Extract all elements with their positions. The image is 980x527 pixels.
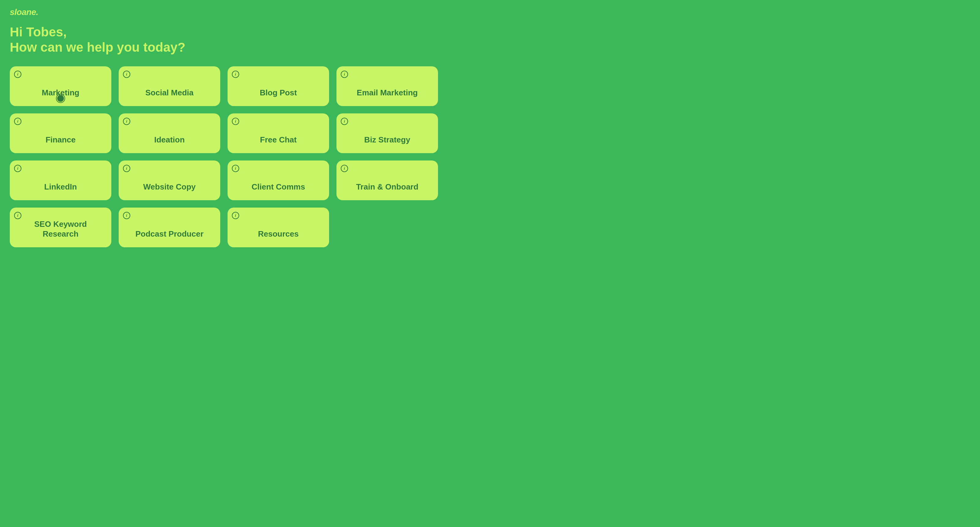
info-icon[interactable]: i (232, 165, 239, 172)
greeting: Hi Tobes, How can we help you today? (10, 24, 970, 56)
card-label-client-comms: Client Comms (235, 182, 322, 192)
card-seo-keyword-research[interactable]: iSEO Keyword Research (10, 208, 111, 247)
info-icon[interactable]: i (14, 165, 21, 172)
card-grid: iMarketingiSocial MediaiBlog PostiEmail … (10, 66, 438, 247)
card-label-free-chat: Free Chat (235, 135, 322, 144)
card-social-media[interactable]: iSocial Media (119, 66, 220, 106)
info-icon[interactable]: i (123, 71, 130, 78)
card-label-website-copy: Website Copy (126, 182, 213, 192)
card-label-linkedin: LinkedIn (17, 182, 104, 192)
card-label-email-marketing: Email Marketing (344, 88, 431, 97)
selected-indicator-dot (57, 95, 64, 102)
card-resources[interactable]: iResources (228, 208, 329, 247)
info-icon[interactable]: i (341, 71, 348, 78)
card-website-copy[interactable]: iWebsite Copy (119, 160, 220, 200)
info-icon[interactable]: i (123, 212, 130, 219)
card-free-chat[interactable]: iFree Chat (228, 113, 329, 153)
logo: sloane. (10, 7, 970, 17)
card-biz-strategy[interactable]: iBiz Strategy (336, 113, 438, 153)
card-podcast-producer[interactable]: iPodcast Producer (119, 208, 220, 247)
info-icon[interactable]: i (232, 118, 239, 125)
info-icon[interactable]: i (14, 71, 21, 78)
info-icon[interactable]: i (232, 71, 239, 78)
card-label-train-onboard: Train & Onboard (344, 182, 431, 192)
card-label-social-media: Social Media (126, 88, 213, 97)
greeting-line2: How can we help you today? (10, 40, 970, 55)
card-email-marketing[interactable]: iEmail Marketing (336, 66, 438, 106)
info-icon[interactable]: i (14, 118, 21, 125)
info-icon[interactable]: i (123, 118, 130, 125)
card-label-finance: Finance (17, 135, 104, 144)
info-icon[interactable]: i (341, 165, 348, 172)
card-finance[interactable]: iFinance (10, 113, 111, 153)
greeting-line1: Hi Tobes, (10, 24, 970, 40)
card-client-comms[interactable]: iClient Comms (228, 160, 329, 200)
card-label-blog-post: Blog Post (235, 88, 322, 97)
card-label-seo-keyword-research: SEO Keyword Research (17, 219, 104, 238)
card-marketing[interactable]: iMarketing (10, 66, 111, 106)
info-icon[interactable]: i (232, 212, 239, 219)
card-label-resources: Resources (235, 229, 322, 239)
info-icon[interactable]: i (341, 118, 348, 125)
info-icon[interactable]: i (123, 165, 130, 172)
card-blog-post[interactable]: iBlog Post (228, 66, 329, 106)
card-label-biz-strategy: Biz Strategy (344, 135, 431, 144)
card-label-podcast-producer: Podcast Producer (126, 229, 213, 239)
card-label-ideation: Ideation (126, 135, 213, 144)
info-icon[interactable]: i (14, 212, 21, 219)
card-ideation[interactable]: iIdeation (119, 113, 220, 153)
card-train-onboard[interactable]: iTrain & Onboard (336, 160, 438, 200)
card-linkedin[interactable]: iLinkedIn (10, 160, 111, 200)
